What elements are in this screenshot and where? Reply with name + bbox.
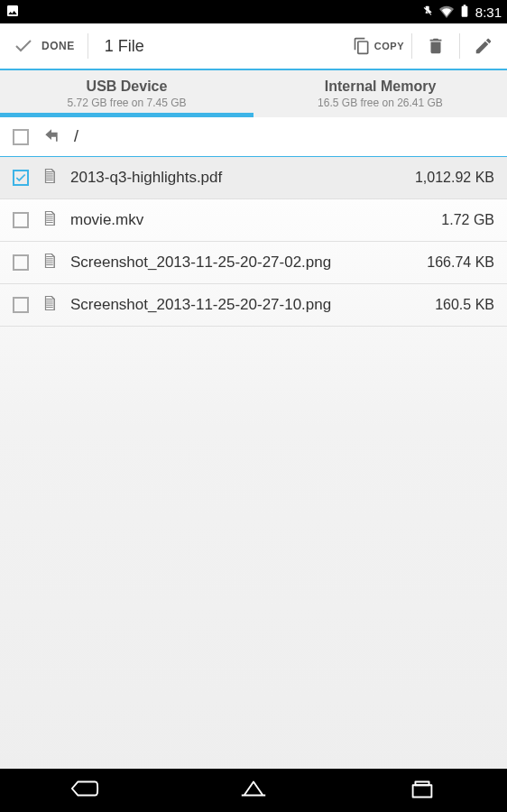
back-icon	[69, 777, 100, 800]
file-checkbox[interactable]	[13, 212, 29, 228]
file-size: 160.5 KB	[435, 297, 494, 313]
selection-count: 1 File	[88, 37, 346, 56]
vibrate-icon	[421, 4, 436, 21]
file-icon	[41, 251, 58, 274]
battery-icon	[457, 4, 472, 21]
status-time: 8:31	[475, 5, 502, 20]
file-icon	[41, 293, 58, 317]
done-button[interactable]: DONE	[0, 23, 88, 69]
back-arrow-icon	[41, 126, 61, 144]
file-name: Screenshot_2013-11-25-20-27-10.png	[70, 296, 435, 314]
image-icon	[5, 4, 20, 21]
tab-subtitle: 5.72 GB free on 7.45 GB	[67, 97, 186, 109]
file-name: Screenshot_2013-11-25-20-27-02.png	[70, 254, 427, 272]
tab-internal-memory[interactable]: Internal Memory 16.5 GB free on 26.41 GB	[254, 70, 507, 117]
svg-rect-0	[413, 785, 432, 797]
file-checkbox[interactable]	[13, 170, 29, 186]
edit-button[interactable]	[460, 23, 507, 69]
file-checkbox[interactable]	[13, 254, 29, 271]
nav-bar	[0, 769, 507, 812]
action-bar: DONE 1 File COPY	[0, 23, 507, 70]
file-checkbox[interactable]	[13, 297, 29, 313]
up-button[interactable]	[41, 126, 61, 148]
file-icon	[41, 208, 58, 232]
file-row[interactable]: movie.mkv1.72 GB	[0, 199, 507, 242]
tab-title: USB Device	[87, 78, 168, 95]
current-path: /	[74, 127, 78, 146]
file-row[interactable]: 2013-q3-highlights.pdf1,012.92 KB	[0, 157, 507, 199]
svg-rect-1	[416, 781, 429, 785]
file-name: 2013-q3-highlights.pdf	[70, 169, 415, 187]
select-all-checkbox[interactable]	[13, 129, 29, 145]
file-icon	[41, 166, 58, 189]
file-row[interactable]: Screenshot_2013-11-25-20-27-02.png166.74…	[0, 242, 507, 284]
back-button[interactable]	[69, 777, 100, 804]
file-size: 1.72 GB	[441, 212, 494, 228]
wifi-icon	[439, 4, 454, 21]
storage-tabs: USB Device 5.72 GB free on 7.45 GBIntern…	[0, 70, 507, 117]
pencil-icon	[474, 36, 493, 56]
recent-button[interactable]	[407, 777, 438, 804]
file-list: 2013-q3-highlights.pdf1,012.92 KBmovie.m…	[0, 157, 507, 769]
path-row: /	[0, 117, 507, 157]
copy-label: COPY	[374, 41, 404, 51]
recent-icon	[407, 777, 438, 800]
file-row[interactable]: Screenshot_2013-11-25-20-27-10.png160.5 …	[0, 284, 507, 327]
delete-button[interactable]	[412, 23, 459, 69]
trash-icon	[426, 36, 446, 56]
tab-usb-device[interactable]: USB Device 5.72 GB free on 7.45 GB	[0, 70, 254, 117]
file-name: movie.mkv	[70, 211, 441, 229]
tab-subtitle: 16.5 GB free on 26.41 GB	[318, 97, 443, 109]
home-icon	[238, 777, 269, 800]
status-bar: 8:31	[0, 0, 507, 23]
done-label: DONE	[41, 40, 75, 52]
copy-button[interactable]: COPY	[346, 37, 411, 55]
file-size: 1,012.92 KB	[415, 170, 494, 186]
tab-title: Internal Memory	[325, 78, 437, 95]
file-size: 166.74 KB	[427, 254, 494, 271]
home-button[interactable]	[238, 777, 269, 804]
